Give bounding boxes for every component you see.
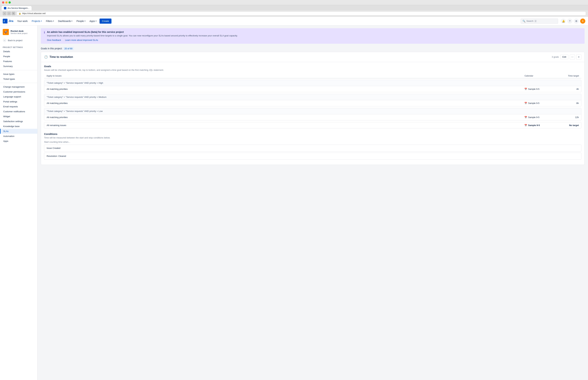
goal-jql-0: "Ticket category" = "Service requests" A… — [44, 80, 581, 86]
sidebar-item-change-management[interactable]: Change management — [0, 84, 37, 89]
sla-card: 🕐 Time to resolution 3 goals Edit ··· ▾ … — [41, 52, 585, 165]
jira-logo-icon: J — [3, 19, 7, 23]
user-avatar[interactable]: A — [580, 19, 585, 24]
sidebar-item-customer-notifications[interactable]: Customer notifications — [0, 109, 37, 114]
give-feedback-link[interactable]: Give feedback — [47, 39, 61, 41]
info-icon: ℹ — [44, 31, 45, 41]
back-icon: ← — [3, 38, 6, 42]
sidebar-item-customer-permissions[interactable]: Customer permissions — [0, 89, 37, 94]
project-name: Rocket desk — [11, 30, 27, 32]
maximize-button[interactable] — [8, 1, 11, 3]
back-nav-button[interactable]: ‹ — [3, 12, 6, 15]
goals-header: Goals in this project: 20 of 90 — [38, 46, 588, 52]
dashboards-chevron-icon: ▾ — [72, 20, 72, 22]
reload-button[interactable]: ↻ — [12, 12, 15, 15]
sidebar-item-email-requests[interactable]: Email requests — [0, 104, 37, 109]
goals-badge: 3 goals — [552, 56, 559, 58]
help-button[interactable]: ? — [567, 19, 572, 24]
sidebar-item-satisfaction-settings[interactable]: Satisfaction settings — [0, 119, 37, 124]
browser-tab[interactable]: Jira Service Managem... — [1, 6, 32, 10]
goal-row-time-0: 4h — [558, 88, 579, 90]
sidebar-item-ticket-types[interactable]: Ticket types — [0, 76, 37, 81]
goal-row-remaining: All remaining issues 📅 Sample 9-5 No tar… — [44, 122, 581, 128]
project-info: Rocket desk Service desk project — [11, 30, 27, 34]
sidebar-item-apps[interactable]: Apps — [0, 139, 37, 144]
col-calendar-header: Calendar — [525, 75, 559, 77]
projects-chevron-icon: ▾ — [41, 20, 42, 22]
sidebar-item-slas[interactable]: SLAs — [0, 129, 37, 134]
goal-jql-2: "Ticket category" = "Service requests" A… — [44, 108, 581, 114]
filters-chevron-icon: ▾ — [53, 20, 54, 22]
people-chevron-icon: ▾ — [85, 20, 85, 22]
tab-favicon — [4, 7, 6, 9]
sidebar-item-details[interactable]: Details — [0, 49, 37, 54]
collapse-button[interactable]: ▾ — [576, 55, 581, 59]
goal-row-1: All matching priorities 📅 Sample 9-5 8h — [44, 100, 581, 106]
goals-table-header: Apply to issues Calendar Time target — [44, 74, 581, 78]
goals-label: Goals — [44, 65, 581, 68]
sidebar-item-widget[interactable]: Widget — [0, 114, 37, 119]
sla-card-content: Goals Issues will be checked against thi… — [41, 62, 585, 165]
goal-row-calendar-0: 📅 Sample 9-5 — [524, 88, 558, 90]
apps-menu[interactable]: Apps ▾ — [88, 19, 98, 23]
sidebar-item-language-support[interactable]: Language support — [0, 94, 37, 99]
goal-row-time-remaining: No target — [558, 124, 579, 127]
conditions-description: Time will be measured between the start … — [44, 136, 581, 139]
goal-row-2: All matching priorities 📅 Sample 9-5 12h — [44, 114, 581, 120]
sidebar-item-summary[interactable]: Summary — [0, 64, 37, 69]
condition-start-2: Resolution: Cleared — [44, 152, 581, 160]
link-separator: · — [63, 39, 63, 41]
project-header: 🚀 Rocket desk Service desk project — [0, 28, 37, 37]
dashboards-menu[interactable]: Dashboards ▾ — [56, 19, 74, 23]
sla-card-header: 🕐 Time to resolution 3 goals Edit ··· ▾ — [41, 52, 585, 62]
goal-group-0: "Ticket category" = "Service requests" A… — [44, 80, 581, 92]
sidebar-item-issue-types[interactable]: Issue types — [0, 72, 37, 76]
goals-header-label: Goals in this project: — [41, 47, 62, 50]
sidebar-item-portal-settings[interactable]: Portal settings — [0, 99, 37, 104]
condition-start-1: Issue Created — [44, 145, 581, 152]
project-avatar: 🚀 — [3, 29, 9, 35]
logo[interactable]: J Jira — [3, 19, 13, 23]
sidebar-divider-1 — [0, 70, 37, 70]
jira-logo-text: Jira — [8, 19, 13, 23]
goals-description: Issues will be checked against this list… — [44, 69, 581, 71]
search-bar[interactable]: 🔍 Search / — [521, 19, 558, 24]
conditions-start-subtitle: Start counting time when... — [44, 141, 581, 143]
url-text: https://cloud.atlassian.net/ — [22, 12, 46, 15]
goal-row-calendar-1: 📅 Sample 9-5 — [524, 102, 558, 104]
close-button[interactable] — [2, 1, 4, 3]
calendar-icon-0: 📅 — [524, 88, 527, 90]
goal-jql-1: "Ticket category" = "Service requests" A… — [44, 94, 581, 100]
create-button[interactable]: Create — [99, 19, 112, 24]
minimize-button[interactable] — [5, 1, 7, 3]
people-menu[interactable]: People ▾ — [75, 19, 87, 23]
goal-group-remaining: All remaining issues 📅 Sample 9-5 No tar… — [44, 122, 581, 128]
sidebar-item-people[interactable]: People — [0, 54, 37, 59]
apps-chevron-icon: ▾ — [96, 20, 96, 22]
more-options-button[interactable]: ··· — [570, 55, 575, 59]
goal-group-2: "Ticket category" = "Service requests" A… — [44, 108, 581, 120]
conditions-section: Conditions Time will be measured between… — [44, 130, 581, 162]
address-bar[interactable]: 🔒 https://cloud.atlassian.net/ — [17, 11, 586, 16]
goal-row-0: All matching priorities 📅 Sample 9-5 4h — [44, 86, 581, 92]
sidebar-item-knowledge-base[interactable]: Knowledge base — [0, 124, 37, 129]
sidebar-item-features[interactable]: Features — [0, 59, 37, 64]
your-work-menu[interactable]: Your work — [15, 19, 29, 23]
goal-row-calendar-2: 📅 Sample 9-5 — [524, 116, 558, 118]
banner-body: Improved SLAs allows you to add many pri… — [47, 34, 238, 38]
edit-button[interactable]: Edit — [560, 55, 569, 59]
col-issues-header: Apply to issues — [46, 75, 525, 77]
notifications-button[interactable]: 🔔 — [561, 19, 566, 24]
slash-shortcut: / — [534, 20, 537, 22]
settings-button[interactable]: ⚙ — [574, 19, 579, 24]
goal-row-calendar-remaining: 📅 Sample 9-5 — [524, 124, 558, 127]
learn-more-link[interactable]: Learn more about improved SLAs — [65, 39, 98, 41]
sidebar-item-automation[interactable]: Automation — [0, 134, 37, 139]
info-banner: ℹ An admin has enabled improved SLAs (be… — [41, 28, 585, 44]
forward-nav-button[interactable]: › — [7, 12, 11, 15]
goal-row-issue-remaining: All remaining issues — [47, 124, 524, 127]
back-to-project-link[interactable]: ← Back to project — [0, 37, 37, 43]
filters-menu[interactable]: Filters ▾ — [44, 19, 56, 23]
projects-menu[interactable]: Projects ▾ — [30, 19, 44, 23]
goals-count-badge: 20 of 90 — [63, 47, 74, 50]
